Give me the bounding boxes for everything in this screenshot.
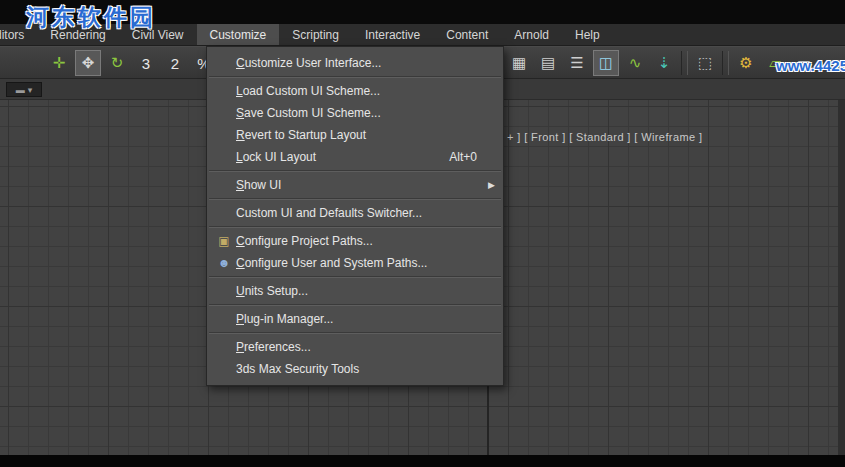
toolbar-left-cluster: ✛✥↻32%	[46, 50, 217, 76]
menu-item-label: Show UI	[236, 178, 485, 192]
layer-explorer-icon[interactable]: ☰	[564, 50, 590, 76]
menu-item-scripting[interactable]: Scripting	[279, 24, 352, 45]
menu-item-gutter	[215, 177, 233, 193]
project-paths-icon: ▣	[215, 233, 233, 249]
menu-item-gutter	[215, 83, 233, 99]
menu-item-custom-ui-and-defaults-switcher[interactable]: Custom UI and Defaults Switcher...	[207, 202, 503, 224]
menu-item-gutter	[215, 205, 233, 221]
menu-item-label: Revert to Startup Layout	[236, 128, 495, 142]
menu-item-show-ui[interactable]: Show UI▶	[207, 174, 503, 196]
viewport-label[interactable]: + ] [ Front ] [ Standard ] [ Wireframe ]	[507, 131, 702, 143]
mirror-icon[interactable]: ▦	[506, 50, 532, 76]
menu-item-label: Configure Project Paths...	[236, 234, 495, 248]
user-paths-icon: ☻	[215, 255, 233, 271]
menu-item-label: Plug-in Manager...	[236, 312, 495, 326]
viewport-edge	[838, 100, 845, 455]
menu-item-plug-in-manager[interactable]: Plug-in Manager...	[207, 308, 503, 330]
watermark-site: 河东软件园	[26, 2, 156, 33]
menu-item-label: Preferences...	[236, 340, 495, 354]
curve-editor-icon[interactable]: ∿	[622, 50, 648, 76]
menu-separator	[209, 170, 501, 172]
menu-item-label: 3ds Max Security Tools	[236, 362, 495, 376]
menu-item-configure-project-paths[interactable]: ▣Configure Project Paths...	[207, 230, 503, 252]
menu-separator	[209, 332, 501, 334]
toolbar-divider	[722, 51, 729, 75]
snaps-toggle-icon[interactable]: 3	[133, 50, 159, 76]
menu-item-content[interactable]: Content	[433, 24, 501, 45]
menu-item-interactive[interactable]: Interactive	[352, 24, 433, 45]
menu-item-gutter	[215, 361, 233, 377]
menu-item-gutter	[215, 283, 233, 299]
toolbar-divider	[681, 51, 688, 75]
menu-item-gutter	[215, 311, 233, 327]
menu-item-help[interactable]: Help	[562, 24, 613, 45]
menu-separator	[209, 76, 501, 78]
menu-item-label: Save Custom UI Scheme...	[236, 106, 495, 120]
menu-item-label: Lock UI Layout	[236, 150, 449, 164]
scene-explorer-icon[interactable]: ◫	[593, 50, 619, 76]
menu-item-units-setup[interactable]: Units Setup...	[207, 280, 503, 302]
menu-item-revert-to-startup-layout[interactable]: Revert to Startup Layout	[207, 124, 503, 146]
schematic-view-icon[interactable]: ⇣	[651, 50, 677, 76]
menu-item-preferences[interactable]: Preferences...	[207, 336, 503, 358]
menu-item-gutter	[215, 55, 233, 71]
workspace-selector-button[interactable]: ▬ ▾	[6, 82, 42, 97]
menu-item-label: Configure User and System Paths...	[236, 256, 495, 270]
menu-separator	[209, 304, 501, 306]
render-setup-icon[interactable]: ⚙	[733, 50, 759, 76]
menu-separator	[209, 226, 501, 228]
menu-item-save-custom-ui-scheme[interactable]: Save Custom UI Scheme...	[207, 102, 503, 124]
menu-item-gutter	[215, 127, 233, 143]
select-and-rotate-icon[interactable]: ↻	[104, 50, 130, 76]
menu-item-gutter	[215, 339, 233, 355]
render-region-icon[interactable]: ⬚	[692, 50, 718, 76]
menu-item-3ds-max-security-tools[interactable]: 3ds Max Security Tools	[207, 358, 503, 380]
select-and-place-icon[interactable]: ✛	[46, 50, 72, 76]
menu-item-label: Customize User Interface...	[236, 56, 495, 70]
align-icon[interactable]: ▤	[535, 50, 561, 76]
menu-separator	[209, 198, 501, 200]
menu-item-load-custom-ui-scheme[interactable]: Load Custom UI Scheme...	[207, 80, 503, 102]
menu-item-customize[interactable]: Customize	[197, 24, 280, 45]
menu-item-label: Custom UI and Defaults Switcher...	[236, 206, 495, 220]
select-and-move-icon[interactable]: ✥	[75, 50, 101, 76]
menu-item-gutter	[215, 105, 233, 121]
bottom-bar	[0, 455, 845, 467]
menu-item-gutter	[215, 149, 233, 165]
angle-snap-icon[interactable]: 2	[162, 50, 188, 76]
menu-item-lock-ui-layout[interactable]: Lock UI LayoutAlt+0	[207, 146, 503, 168]
menu-item-shortcut: Alt+0	[449, 150, 477, 164]
menu-item-arnold[interactable]: Arnold	[501, 24, 562, 45]
menu-item-label: Units Setup...	[236, 284, 495, 298]
menu-item-configure-user-and-system-paths[interactable]: ☻Configure User and System Paths...	[207, 252, 503, 274]
menu-item-label: Load Custom UI Scheme...	[236, 84, 495, 98]
viewport-layout-icon: ▬	[16, 85, 25, 95]
menu-separator	[209, 276, 501, 278]
watermark-url: www.44252.com	[776, 57, 845, 74]
submenu-arrow-icon: ▶	[485, 180, 495, 190]
customize-menu-popup: Customize User Interface...Load Custom U…	[206, 46, 504, 386]
menu-item-customize-user-interface[interactable]: Customize User Interface...	[207, 52, 503, 74]
application-window: + ] [ Front ] [ Standard ] [ Wireframe ]…	[0, 0, 845, 467]
caret-down-icon: ▾	[28, 85, 33, 95]
